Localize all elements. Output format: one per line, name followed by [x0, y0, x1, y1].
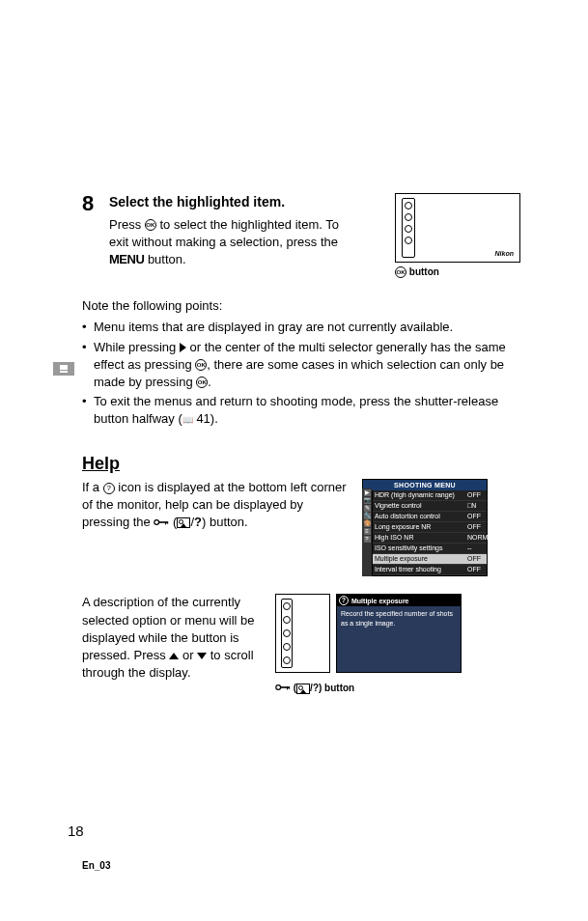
step-text: Press OK to select the highlighted item.…: [109, 216, 350, 269]
help-heading: Help: [82, 452, 520, 476]
key-icon: [275, 683, 291, 696]
menu-tab-icon: ≡: [364, 528, 371, 535]
picture-icon: [296, 684, 310, 694]
menu-tab-icon: ✎: [364, 505, 371, 512]
page-number: 18: [68, 821, 84, 841]
note-item: To exit the menus and return to shooting…: [82, 393, 520, 428]
camera-diagram-2: ?Multiple exposure Record the specified …: [275, 594, 462, 695]
diagram-1-caption: OK button: [395, 265, 520, 279]
help-section: Help If a ? icon is displayed at the bot…: [82, 452, 520, 695]
manual-ref-icon: 📖: [182, 414, 193, 427]
help-panel-screen: ?Multiple exposure Record the specified …: [336, 594, 462, 673]
picture-icon: [177, 517, 190, 528]
menu-row: Vignette control□N: [373, 501, 487, 512]
menu-header: SHOOTING MENU: [363, 480, 487, 491]
ok-icon: OK: [395, 266, 406, 278]
help-paragraph-1: If a ? icon is displayed at the bottom l…: [82, 479, 352, 532]
notes-block: Note the following points: Menu items th…: [82, 297, 520, 428]
right-triangle-icon: [180, 343, 186, 352]
note-item: While pressing or the center of the mult…: [82, 339, 520, 392]
notes-list: Menu items that are displayed in gray ar…: [82, 319, 520, 428]
menu-button-label: MENU: [109, 252, 144, 266]
key-icon: [154, 515, 169, 532]
svg-point-2: [154, 519, 159, 524]
menu-row: Auto distortion controlOFF: [373, 512, 487, 522]
menu-tab-icon: 🎨: [364, 520, 371, 527]
up-triangle-icon: [169, 653, 179, 659]
svg-rect-0: [60, 365, 68, 370]
menu-row: Long exposure NROFF: [373, 522, 487, 533]
button-caption: (/?) button: [275, 682, 354, 695]
shooting-menu-screen: SHOOTING MENU ▶ 📷 ✎ 🔧 🎨 ≡ ? HDR (high dy…: [362, 479, 488, 577]
menu-row: ISO sensitivity settings--: [373, 544, 487, 554]
menu-tab-icon: 🔧: [364, 513, 371, 519]
question-icon: ?: [339, 596, 349, 605]
menu-row-selected: Multiple exposureOFF: [373, 554, 487, 565]
notes-intro: Note the following points:: [82, 297, 520, 315]
ok-icon: OK: [195, 359, 207, 371]
svg-rect-4: [165, 521, 166, 524]
ok-icon: OK: [145, 219, 156, 231]
menu-row: High ISO NRNORM: [373, 533, 487, 544]
ok-icon: OK: [196, 377, 208, 388]
down-triangle-icon: [197, 653, 207, 659]
note-item: Menu items that are displayed in gray ar…: [82, 319, 520, 336]
side-tab-icon: [53, 362, 74, 376]
svg-rect-9: [289, 686, 290, 688]
menu-tab-icon: ▶: [364, 489, 371, 496]
help-panel-body: Record the specified number of shots as …: [337, 606, 461, 629]
step-number: 8: [82, 193, 99, 214]
svg-rect-8: [287, 686, 288, 689]
menu-tab-icon: 📷: [364, 497, 371, 504]
svg-rect-1: [60, 371, 68, 373]
footer-code: En_03: [82, 859, 110, 873]
question-icon: ?: [103, 483, 115, 494]
svg-rect-5: [167, 521, 168, 523]
menu-tab-icon: ?: [364, 536, 371, 543]
menu-row: HDR (high dynamic range)OFF: [373, 490, 487, 501]
menu-row: Interval timer shootingOFF: [373, 565, 487, 575]
help-paragraph-2: A description of the currently selected …: [82, 594, 266, 682]
svg-point-6: [276, 684, 281, 689]
camera-diagram-1: Nikon OK button: [395, 193, 520, 279]
